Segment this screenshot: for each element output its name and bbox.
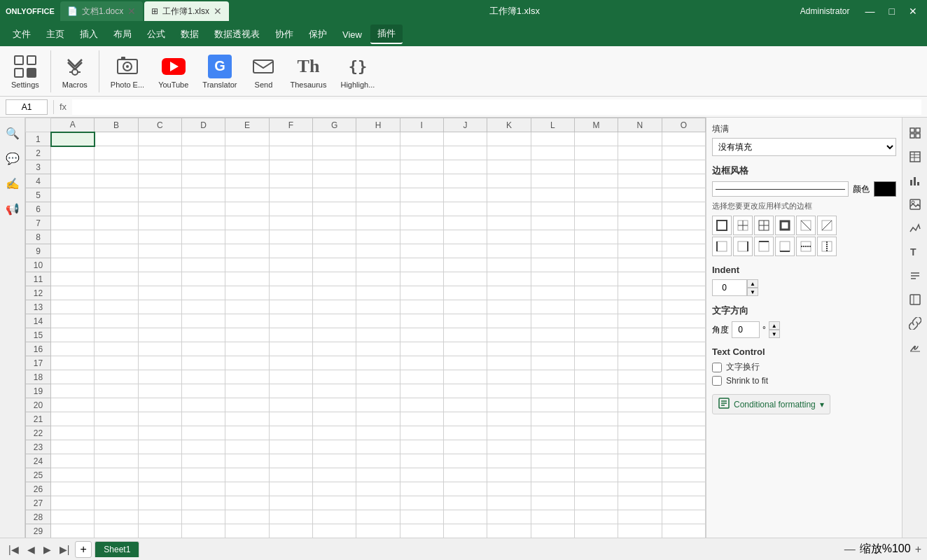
cell-L22[interactable] <box>531 426 574 440</box>
border-btn-h-inside[interactable] <box>796 237 816 256</box>
cell-I13[interactable] <box>400 300 443 314</box>
cell-A7[interactable] <box>51 216 95 230</box>
cell-B18[interactable] <box>95 370 138 384</box>
menu-formula[interactable]: 公式 <box>140 25 172 43</box>
cell-K14[interactable] <box>487 314 531 328</box>
cell-O3[interactable] <box>662 160 705 174</box>
cell-K23[interactable] <box>487 440 531 454</box>
cell-J8[interactable] <box>443 230 487 244</box>
cell-J2[interactable] <box>443 146 487 160</box>
cell-M11[interactable] <box>574 272 618 286</box>
menu-view[interactable]: View <box>335 27 369 43</box>
toolbar-translator[interactable]: G Translator <box>197 51 242 92</box>
cell-G16[interactable] <box>312 342 356 356</box>
cell-N25[interactable] <box>618 468 662 482</box>
cell-K18[interactable] <box>487 370 531 384</box>
cell-B28[interactable] <box>95 510 138 524</box>
cell-H1[interactable] <box>356 132 400 146</box>
indent-input[interactable] <box>712 279 747 296</box>
cell-N15[interactable] <box>618 328 662 342</box>
sheet-nav-last[interactable]: ▶| <box>57 542 73 556</box>
menu-home[interactable]: 主页 <box>39 25 71 43</box>
cell-L10[interactable] <box>531 258 574 272</box>
right-icon-paragraph[interactable] <box>905 266 925 286</box>
row-header-2[interactable]: 2 <box>26 146 51 160</box>
angle-input[interactable] <box>732 321 760 338</box>
cell-D9[interactable] <box>181 244 225 258</box>
cell-B10[interactable] <box>95 258 138 272</box>
row-header-3[interactable]: 3 <box>26 160 51 174</box>
cell-A17[interactable] <box>51 356 95 370</box>
cell-A21[interactable] <box>51 412 95 426</box>
cell-E13[interactable] <box>225 300 269 314</box>
cell-M15[interactable] <box>574 328 618 342</box>
cell-L1[interactable] <box>531 132 574 146</box>
cell-A18[interactable] <box>51 370 95 384</box>
cell-M12[interactable] <box>574 286 618 300</box>
wrap-text-checkbox[interactable] <box>712 363 722 372</box>
cell-F28[interactable] <box>269 510 312 524</box>
cell-J25[interactable] <box>443 468 487 482</box>
indent-up-button[interactable]: ▲ <box>747 279 758 288</box>
sidebar-comments[interactable]: 💬 <box>3 148 22 168</box>
cell-A4[interactable] <box>51 174 95 188</box>
cell-C21[interactable] <box>138 412 181 426</box>
cell-B19[interactable] <box>95 384 138 398</box>
col-header-J[interactable]: J <box>443 118 487 132</box>
cell-J27[interactable] <box>443 496 487 510</box>
cell-I4[interactable] <box>400 174 443 188</box>
row-header-25[interactable]: 25 <box>26 468 51 482</box>
cell-O22[interactable] <box>662 426 705 440</box>
cell-E27[interactable] <box>225 496 269 510</box>
cell-H4[interactable] <box>356 174 400 188</box>
cell-I11[interactable] <box>400 272 443 286</box>
cell-C24[interactable] <box>138 454 181 468</box>
cell-A15[interactable] <box>51 328 95 342</box>
zoom-in-button[interactable]: + <box>915 543 921 556</box>
cell-C10[interactable] <box>138 258 181 272</box>
minimize-button[interactable]: — <box>861 4 879 18</box>
cell-O29[interactable] <box>662 524 705 538</box>
cell-E8[interactable] <box>225 230 269 244</box>
cell-H15[interactable] <box>356 328 400 342</box>
cell-J1[interactable] <box>443 132 487 146</box>
row-header-7[interactable]: 7 <box>26 216 51 230</box>
cell-J16[interactable] <box>443 342 487 356</box>
cell-I28[interactable] <box>400 510 443 524</box>
cell-L13[interactable] <box>531 300 574 314</box>
cell-D12[interactable] <box>181 286 225 300</box>
cell-E7[interactable] <box>225 216 269 230</box>
border-btn-inner[interactable] <box>733 216 753 235</box>
cell-E19[interactable] <box>225 384 269 398</box>
cell-H21[interactable] <box>356 412 400 426</box>
cell-F8[interactable] <box>269 230 312 244</box>
cell-B9[interactable] <box>95 244 138 258</box>
cell-L28[interactable] <box>531 510 574 524</box>
cell-J4[interactable] <box>443 174 487 188</box>
row-header-29[interactable]: 29 <box>26 524 51 538</box>
cell-C15[interactable] <box>138 328 181 342</box>
cell-N11[interactable] <box>618 272 662 286</box>
cell-M18[interactable] <box>574 370 618 384</box>
cell-B3[interactable] <box>95 160 138 174</box>
cell-I8[interactable] <box>400 230 443 244</box>
cell-I14[interactable] <box>400 314 443 328</box>
cell-K10[interactable] <box>487 258 531 272</box>
cell-L11[interactable] <box>531 272 574 286</box>
cell-A25[interactable] <box>51 468 95 482</box>
cell-O11[interactable] <box>662 272 705 286</box>
cell-G29[interactable] <box>312 524 356 538</box>
toolbar-highlight[interactable]: {} Highligh... <box>335 51 380 92</box>
cell-H3[interactable] <box>356 160 400 174</box>
cell-H26[interactable] <box>356 482 400 496</box>
cell-A1[interactable] <box>51 132 95 146</box>
cell-D24[interactable] <box>181 454 225 468</box>
row-header-24[interactable]: 24 <box>26 454 51 468</box>
right-icon-signature[interactable] <box>905 337 925 357</box>
toolbar-macros[interactable]: Macros <box>57 51 93 92</box>
cell-M7[interactable] <box>574 216 618 230</box>
cell-I20[interactable] <box>400 398 443 412</box>
cell-M1[interactable] <box>574 132 618 146</box>
row-header-19[interactable]: 19 <box>26 384 51 398</box>
cell-B22[interactable] <box>95 426 138 440</box>
